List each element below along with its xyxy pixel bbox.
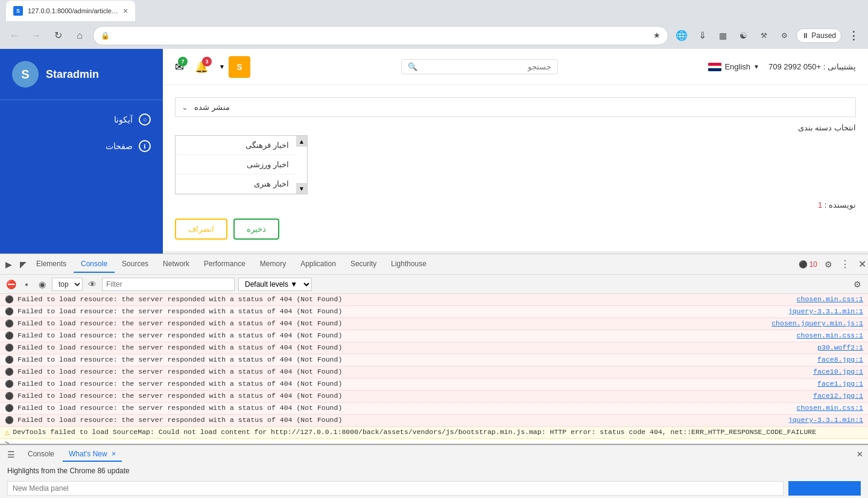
reload-button[interactable]: ↻: [49, 27, 66, 44]
article-form-area: منشر شده ⌄ انتخاب دسته بندی ▲ ▼: [163, 85, 868, 251]
devtools-close-button[interactable]: ✕: [856, 258, 868, 270]
eye-icon-button[interactable]: 👁: [86, 278, 98, 290]
globe-icon[interactable]: 🌐: [673, 27, 690, 44]
error-count-number: 10: [809, 260, 817, 269]
dt-tab-elements[interactable]: Elements: [29, 256, 74, 273]
icons-nav-icon: ○: [139, 113, 151, 126]
error-file-5[interactable]: face8.jpg:1: [817, 356, 863, 363]
bottom-panel-menu-button[interactable]: ☰: [5, 449, 17, 461]
dt-tab-performance[interactable]: Performance: [197, 256, 253, 273]
bottom-tab-whats-new[interactable]: What's New ×: [63, 447, 122, 462]
log-level-selector[interactable]: Default levels ▼: [238, 278, 312, 291]
devtools-panel: ▶ ◤ Elements Console Sources Network Per…: [0, 254, 868, 498]
notifications-badge[interactable]: 🔔 3: [195, 60, 208, 74]
more-button[interactable]: ⋮: [845, 27, 862, 44]
lock-icon: 🔒: [101, 31, 110, 40]
language-selector[interactable]: ▼ English: [708, 62, 759, 71]
bottom-panel-close-button[interactable]: ✕: [857, 450, 863, 459]
address-bar[interactable]: 🔒 127.0.0.1:8000/admin/articles/create ★: [93, 26, 668, 45]
save-button[interactable]: ذخیره: [233, 219, 279, 240]
tab-favicon: S: [13, 6, 23, 16]
dt-tab-application[interactable]: Application: [293, 256, 343, 273]
whats-new-input[interactable]: [7, 481, 784, 496]
dt-tab-lighthouse[interactable]: Lighthouse: [384, 256, 434, 273]
error-file-9[interactable]: chosen.min.css:1: [797, 404, 863, 412]
pause-button[interactable]: ⏸ Paused: [796, 28, 841, 43]
extension-icon3[interactable]: ⚙: [776, 27, 793, 44]
dt-tab-console[interactable]: Console: [74, 256, 115, 273]
status-row[interactable]: منشر شده ⌄: [175, 97, 856, 117]
home-button[interactable]: ⌂: [71, 27, 88, 44]
extension-icon2[interactable]: ⚒: [755, 27, 772, 44]
whats-new-panel: [0, 479, 868, 498]
error-file-1[interactable]: jquery-3.3.1.min:1: [788, 307, 863, 315]
console-error-row-1: ⚫ Failed to load resource: the server re…: [0, 306, 868, 318]
category-option-2[interactable]: اخبار هنری: [176, 174, 296, 194]
console-cursor-row[interactable]: >: [0, 439, 868, 444]
browser-tab[interactable]: S 127.0.0.1:8000/admin/articles/c... ×: [6, 1, 135, 21]
error-file-2[interactable]: chosen.jquery.min.js:1: [771, 319, 863, 327]
search-input[interactable]: [417, 62, 551, 71]
devtools-console-content: ⚫ Failed to load resource: the server re…: [0, 294, 868, 444]
console-filter-input[interactable]: [102, 278, 235, 291]
devtools-header-right: ⚫ 10 ⚙ ⋮ ✕: [799, 258, 868, 270]
category-option-0[interactable]: اخبار فرهنگی: [176, 136, 296, 155]
dt-tab-network[interactable]: Network: [156, 256, 197, 273]
search-box[interactable]: 🔍: [401, 59, 558, 74]
inspect-element-button[interactable]: ▶: [2, 258, 14, 270]
download-icon[interactable]: ⇓: [694, 27, 711, 44]
article-form: منشر شده ⌄ انتخاب دسته بندی ▲ ▼: [175, 91, 856, 246]
error-file-3[interactable]: chosen.min.css:1: [797, 331, 863, 339]
error-msg-8: Failed to load resource: the server resp…: [17, 392, 807, 400]
tab-close-icon[interactable]: ×: [123, 6, 128, 16]
topbar-icons: ✉ 7 🔔 3 ▼ S: [175, 56, 250, 78]
dt-tab-security[interactable]: Security: [343, 256, 384, 273]
bottom-tab-console[interactable]: Console: [22, 447, 60, 462]
clear-console-button[interactable]: ⛔: [5, 278, 17, 290]
error-file-4[interactable]: p30.woff2:1: [817, 343, 863, 351]
pause-exceptions-button[interactable]: ◉: [36, 278, 48, 290]
sidebar-item-label-icons: آیکونا: [114, 115, 133, 124]
sidebar-item-pages[interactable]: ℹ صفحات: [0, 133, 163, 159]
browser-tab-bar: S 127.0.0.1:8000/admin/articles/c... ×: [0, 0, 868, 22]
whats-new-action-button[interactable]: [788, 481, 861, 496]
error-file-10[interactable]: jquery-3.3.1.min:1: [788, 416, 863, 424]
devtools-tabs: ▶ ◤ Elements Console Sources Network Per…: [0, 254, 868, 275]
console-error-row-7: ⚫ Failed to load resource: the server re…: [0, 378, 868, 391]
scroll-up-icon[interactable]: ▲: [296, 136, 307, 147]
url-input[interactable]: 127.0.0.1:8000/admin/articles/create: [115, 31, 648, 40]
whats-new-close-icon[interactable]: ×: [112, 450, 116, 458]
scroll-down-icon[interactable]: ▼: [296, 183, 307, 194]
category-listbox[interactable]: ▲ ▼ اخبار فرهنگی اخبار ورزشی اخبار هنری: [175, 135, 308, 194]
error-file-0[interactable]: chosen.min.css:1: [797, 295, 863, 303]
cancel-button[interactable]: انصراف: [175, 219, 227, 240]
error-file-6[interactable]: face10.jpg:1: [813, 368, 863, 375]
console-error-row-5: ⚫ Failed to load resource: the server re…: [0, 354, 868, 366]
console-error-row-4: ⚫ Failed to load resource: the server re…: [0, 342, 868, 354]
console-error-row-9: ⚫ Failed to load resource: the server re…: [0, 403, 868, 415]
star-icon[interactable]: ★: [653, 31, 661, 40]
context-selector[interactable]: top: [52, 278, 83, 291]
apps-icon[interactable]: ▦: [714, 27, 731, 44]
messages-badge[interactable]: ✉ 7: [175, 60, 184, 74]
notifications-count: 3: [202, 57, 212, 66]
back-button[interactable]: ←: [6, 27, 23, 44]
forward-button[interactable]: →: [28, 27, 45, 44]
dt-tab-memory[interactable]: Memory: [253, 256, 293, 273]
chevron-down-icon: ▼: [753, 63, 759, 70]
sidebar-item-icons[interactable]: ○ آیکونا: [0, 106, 163, 133]
extension-icon1[interactable]: ☯: [735, 27, 752, 44]
console-settings-button[interactable]: ⚙: [851, 278, 863, 290]
status-label: منشر شده: [194, 103, 230, 112]
warning-msg: DevTools failed to load SourceMap: Could…: [13, 428, 863, 436]
error-file-8[interactable]: face12.jpg:1: [813, 392, 863, 400]
error-file-7[interactable]: face1.jpg:1: [817, 380, 863, 388]
dt-tab-sources[interactable]: Sources: [115, 256, 156, 273]
filter-toggle-button[interactable]: ▪: [21, 278, 33, 290]
devtools-settings-button[interactable]: ⚙: [822, 258, 834, 270]
error-msg-10: Failed to load resource: the server resp…: [17, 416, 782, 424]
device-toggle-button[interactable]: ◤: [17, 258, 29, 270]
category-option-1[interactable]: اخبار ورزشی: [176, 155, 296, 174]
devtools-more-button[interactable]: ⋮: [839, 258, 851, 270]
avatar: S: [12, 61, 39, 88]
